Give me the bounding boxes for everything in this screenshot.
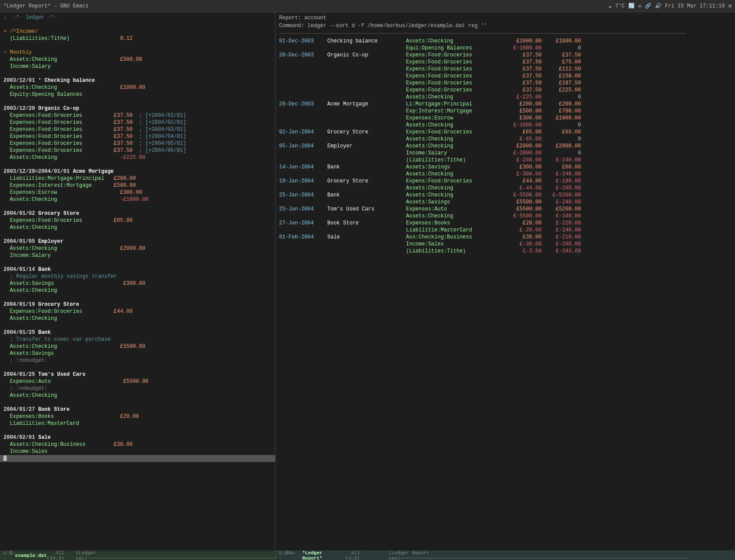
account-name: Equity:Opening Balances bbox=[10, 91, 82, 98]
tag: ; [=2004/03/01] bbox=[139, 126, 186, 133]
row-payee: Acme Mortgage bbox=[327, 101, 406, 108]
row-date bbox=[279, 227, 327, 234]
row-date bbox=[279, 66, 327, 73]
row-date bbox=[279, 115, 327, 122]
txn-date: 2004/01/02 bbox=[4, 210, 35, 217]
cursor-line: █ bbox=[0, 455, 275, 462]
row-date: 01-Dec-2003 bbox=[279, 38, 327, 45]
editor-line bbox=[0, 70, 275, 77]
txn-date: 2004/01/14 bbox=[4, 266, 35, 273]
statusbar-left: U:@-- example.dat All (64,0) (Ledger yas… bbox=[0, 551, 276, 560]
refresh-icon[interactable]: 🔄 bbox=[628, 3, 635, 9]
row-amount: £37.50 bbox=[502, 52, 542, 59]
account-name: Assets:Checking bbox=[10, 245, 57, 252]
txn-date: 2004/01/19 bbox=[4, 301, 35, 308]
report-row: Income:Sales £-30.00 £-240.00 bbox=[276, 241, 735, 248]
row-date bbox=[279, 150, 327, 157]
row-account: Expenses:Books bbox=[406, 220, 502, 227]
row-total: £75.00 bbox=[542, 59, 581, 66]
row-payee bbox=[327, 199, 406, 206]
row-payee bbox=[327, 59, 406, 66]
account-name: Income:Sales bbox=[10, 448, 47, 455]
editor-line: 2003/12/28=2004/01/01 Acme Mortgage bbox=[0, 168, 275, 175]
txn-payee: Bank bbox=[38, 329, 51, 336]
row-payee: Grocery Store bbox=[327, 129, 406, 136]
editor-line bbox=[0, 203, 275, 210]
account-name: (Liabilities:Tithe) bbox=[10, 35, 70, 42]
txn-date: 2004/01/25 bbox=[4, 371, 35, 378]
amount: £500.00 bbox=[114, 182, 136, 189]
editor-line: Assets:Checking £1000.00 bbox=[0, 84, 275, 91]
editor-line bbox=[0, 42, 275, 49]
row-total: £-5260.00 bbox=[542, 192, 581, 199]
editor-line: Expenses:Food:Groceries £37.50 ; [=2004/… bbox=[0, 140, 275, 147]
row-total: £-240.00 bbox=[542, 199, 581, 206]
account-name: Expenses:Food:Groceries bbox=[10, 112, 82, 119]
row-account: Income:Salary bbox=[406, 150, 502, 157]
row-payee: Employer bbox=[327, 143, 406, 150]
amount: £5500.00 bbox=[123, 378, 149, 385]
editor-content[interactable]: ; -*- ledger -*- = /^Income/ (Liabilitie… bbox=[0, 12, 275, 550]
volume-icon[interactable]: 🔊 bbox=[655, 3, 662, 9]
editor-line: 2003/12/20 Organic Co-op bbox=[0, 105, 275, 112]
row-total: £-240.00 bbox=[542, 157, 581, 164]
row-account: Assets:Checking bbox=[406, 94, 502, 101]
row-amount: £-3.60 bbox=[502, 248, 542, 255]
row-amount: £20.00 bbox=[502, 220, 542, 227]
account-name: Expenses:Food:Groceries bbox=[10, 140, 82, 147]
amount: £20.00 bbox=[120, 413, 139, 420]
row-account: Assets:Checking bbox=[406, 192, 502, 199]
txn-date: 2004/02/01 bbox=[4, 434, 35, 441]
row-amount: £-5500.00 bbox=[502, 192, 542, 199]
row-amount: £-65.00 bbox=[502, 136, 542, 143]
txn-payee: Acme Mortgage bbox=[73, 168, 114, 175]
email-icon[interactable]: ✉ bbox=[638, 3, 641, 9]
report-row: Assets:Checking £-225.00 0 bbox=[276, 94, 735, 101]
row-amount: £37.50 bbox=[502, 66, 542, 73]
row-account: Assets:Checking bbox=[406, 38, 502, 45]
editor-line: Expenses:Books £20.00 bbox=[0, 413, 275, 420]
row-total: £-240.00 bbox=[542, 185, 581, 192]
row-date: 25-Jan-2004 bbox=[279, 192, 327, 199]
row-amount: £5500.00 bbox=[502, 199, 542, 206]
row-date bbox=[279, 122, 327, 129]
report-row: Expenses:Escrow £300.00 £1000.00 bbox=[276, 115, 735, 122]
row-payee bbox=[327, 73, 406, 80]
account-name: Income:Salary bbox=[10, 63, 51, 70]
amount: 0.12 bbox=[120, 35, 133, 42]
account-name: Assets:Checking:Business bbox=[10, 441, 85, 448]
editor-line: Assets:Savings £300.00 bbox=[0, 280, 275, 287]
row-payee bbox=[327, 136, 406, 143]
row-payee bbox=[327, 87, 406, 94]
row-date bbox=[279, 171, 327, 178]
row-amount: £-1000.00 bbox=[502, 45, 542, 52]
report-content: Report: account Command: ledger --sort d… bbox=[276, 12, 735, 550]
row-account: Ass:Checking:Business bbox=[406, 234, 502, 241]
network-icon: 🔗 bbox=[645, 3, 651, 9]
tag: ; [=2004/04/01] bbox=[139, 133, 186, 140]
row-payee bbox=[327, 171, 406, 178]
virtual-tag: ; :nobudget: bbox=[10, 357, 47, 364]
report-row: Assets:Checking £-44.00 £-240.00 bbox=[276, 185, 735, 192]
report-separator: ────────────────────────────────────────… bbox=[276, 30, 735, 38]
row-payee: Bank bbox=[327, 192, 406, 199]
row-amount: £-240.00 bbox=[502, 157, 542, 164]
status-right-filename: *Ledger Report* bbox=[302, 550, 346, 560]
row-amount: £5500.00 bbox=[502, 206, 542, 213]
row-date bbox=[279, 241, 327, 248]
row-amount: £37.50 bbox=[502, 73, 542, 80]
comment-text: ; -*- ledger -*- bbox=[4, 14, 57, 21]
row-total: 0 bbox=[542, 150, 581, 157]
tag: ; [=2004/05/01] bbox=[139, 140, 186, 147]
report-row: Assets:Savings £5500.00 £-240.00 bbox=[276, 199, 735, 206]
row-amount: £-300.00 bbox=[502, 171, 542, 178]
settings-icon[interactable]: ⚙ bbox=[728, 3, 732, 9]
row-date: 27-Jan-2004 bbox=[279, 220, 327, 227]
statusbar: U:@-- example.dat All (64,0) (Ledger yas… bbox=[0, 550, 735, 560]
row-amount: £44.00 bbox=[502, 178, 542, 185]
row-amount: £500.00 bbox=[502, 108, 542, 115]
row-date bbox=[279, 87, 327, 94]
row-amount: £300.00 bbox=[502, 164, 542, 171]
row-payee bbox=[327, 80, 406, 87]
row-account: Assets:Checking bbox=[406, 143, 502, 150]
